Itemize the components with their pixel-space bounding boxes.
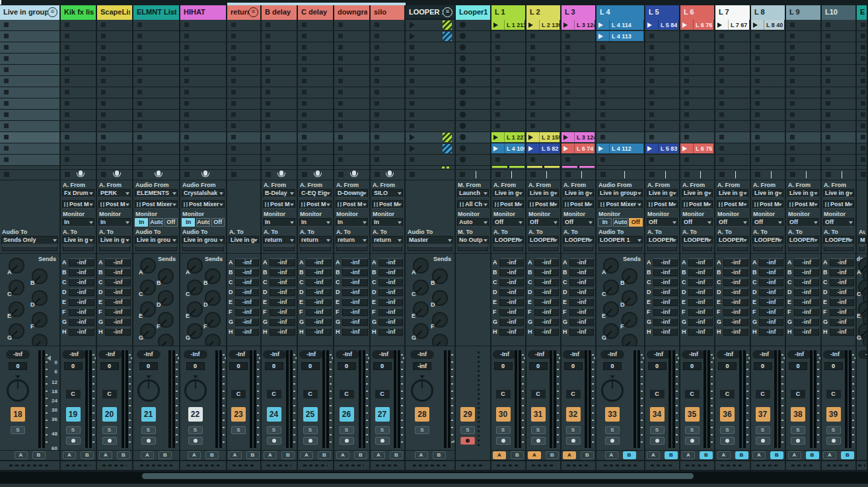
- peak-level-display[interactable]: -Inf: [717, 350, 741, 359]
- track-header-kik-fx-list[interactable]: Kik fx list: [61, 5, 96, 19]
- post-mixer-select[interactable]: Post M: [372, 200, 403, 209]
- clip-slot[interactable]: [561, 110, 595, 121]
- send-amount[interactable]: -inf: [723, 328, 748, 336]
- stop-all-clips-button[interactable]: [137, 172, 143, 177]
- clip-slot[interactable]: [298, 87, 333, 98]
- send-amount[interactable]: -inf: [270, 308, 295, 316]
- clip-slot[interactable]: [133, 76, 179, 87]
- send-amount[interactable]: -inf: [342, 298, 368, 306]
- clip-slot[interactable]: [61, 65, 96, 76]
- track-header-return[interactable]: return≡: [227, 5, 260, 19]
- track-activator[interactable]: 18: [11, 407, 25, 422]
- peak-level-display[interactable]: -Inf: [137, 350, 161, 359]
- monitor-select[interactable]: In: [299, 218, 332, 227]
- send-amount[interactable]: -inf: [653, 308, 678, 316]
- peak-level-display[interactable]: -Inf: [823, 350, 847, 359]
- crossfade-a-button[interactable]: A: [788, 451, 801, 459]
- input-channel-select[interactable]: ELEMENTS: [135, 189, 178, 198]
- clip-slot[interactable]: [334, 143, 369, 155]
- clip-play-icon[interactable]: [563, 22, 573, 28]
- clip-slot[interactable]: [97, 110, 132, 121]
- stop-all-clips-button[interactable]: [302, 172, 307, 177]
- send-amount[interactable]: -inf: [105, 288, 131, 296]
- send-amount[interactable]: -inf: [69, 328, 94, 336]
- send-amount[interactable]: -inf: [379, 308, 403, 316]
- crossfade-a-button[interactable]: A: [717, 451, 731, 459]
- send-amount[interactable]: -inf: [306, 258, 332, 266]
- send-amount[interactable]: -inf: [830, 308, 854, 316]
- crossfade-a-button[interactable]: A: [493, 451, 506, 459]
- send-amount[interactable]: -inf: [499, 278, 524, 286]
- volume-display[interactable]: 0: [648, 362, 667, 370]
- send-knob-H[interactable]: [622, 334, 637, 346]
- arm-button[interactable]: [340, 437, 354, 445]
- pan-display[interactable]: C: [566, 390, 581, 398]
- clip[interactable]: L 1 211: [491, 20, 524, 30]
- clip-slot[interactable]: [180, 76, 226, 87]
- pan-display[interactable]: C: [496, 390, 511, 398]
- input-channel-select[interactable]: Live in g: [717, 189, 748, 198]
- clip-slot[interactable]: [680, 31, 714, 42]
- crossfade-a-button[interactable]: A: [264, 451, 277, 459]
- clip-slot[interactable]: [491, 87, 525, 98]
- peak-level-display[interactable]: -Inf: [600, 350, 624, 359]
- monitor-off-button[interactable]: Off: [629, 218, 643, 227]
- clip-slot[interactable]: [133, 143, 179, 155]
- clip-slot[interactable]: [133, 42, 179, 54]
- clip-slot[interactable]: [491, 54, 525, 65]
- clip-slot[interactable]: [406, 65, 454, 76]
- group-fold-icon[interactable]: ≡: [248, 7, 258, 17]
- arm-button[interactable]: [496, 437, 511, 445]
- send-amount[interactable]: -inf: [379, 318, 403, 326]
- clip-slot[interactable]: [822, 76, 855, 87]
- pan-display[interactable]: C: [340, 390, 354, 398]
- clip-slot[interactable]: [786, 65, 820, 76]
- output-channel-select[interactable]: Live in g: [229, 236, 259, 244]
- volume-fader-handle[interactable]: [709, 356, 714, 361]
- clip-slot[interactable]: [456, 87, 490, 98]
- clip-slot[interactable]: L 2 155: [526, 132, 560, 143]
- send-amount[interactable]: -inf: [306, 328, 332, 336]
- monitor-select[interactable]: Off: [563, 218, 594, 227]
- track-activator[interactable]: 39: [826, 407, 841, 422]
- monitor-in-button[interactable]: In: [598, 218, 612, 227]
- peak-level-display[interactable]: -Inf: [647, 350, 670, 359]
- send-amount[interactable]: -inf: [235, 318, 259, 326]
- clip-slot[interactable]: [526, 54, 560, 65]
- clip-slot[interactable]: [61, 76, 96, 87]
- input-channel-select[interactable]: Live in g: [563, 189, 594, 198]
- monitor-select[interactable]: Off: [528, 218, 559, 227]
- clip-slot[interactable]: [456, 143, 490, 155]
- post-mixer-select[interactable]: Post Mixer: [598, 200, 643, 209]
- crossfade-a-button[interactable]: A: [823, 451, 836, 459]
- clip[interactable]: L 7 67: [715, 20, 749, 30]
- clip-slot[interactable]: [680, 76, 714, 87]
- track-header-l2[interactable]: L 2: [526, 5, 560, 19]
- clip-slot[interactable]: [262, 98, 297, 110]
- clip-slot[interactable]: [645, 110, 679, 121]
- send-amount[interactable]: -inf: [759, 318, 783, 326]
- clip-slot[interactable]: L 3 124: [561, 20, 595, 31]
- send-amount[interactable]: -inf: [534, 298, 559, 306]
- clip-slot[interactable]: [227, 54, 260, 65]
- volume-display[interactable]: 0: [683, 362, 702, 370]
- volume-fader-handle[interactable]: [400, 356, 404, 361]
- clip-slot[interactable]: [262, 54, 297, 65]
- input-channel-select[interactable]: SILO: [372, 189, 403, 198]
- send-knob-H[interactable]: [205, 334, 221, 346]
- clip-slot[interactable]: [180, 98, 226, 110]
- volume-display[interactable]: -inf: [413, 362, 431, 370]
- clip-slot[interactable]: [526, 98, 560, 110]
- clip-slot[interactable]: [597, 54, 644, 65]
- clip-slot[interactable]: [645, 76, 679, 87]
- crossfade-a-button[interactable]: A: [63, 451, 76, 459]
- clip-slot[interactable]: [786, 98, 820, 110]
- clip-slot[interactable]: [227, 121, 260, 132]
- clip-slot[interactable]: [61, 31, 96, 42]
- send-amount[interactable]: -inf: [688, 268, 713, 276]
- clip-slot[interactable]: [561, 98, 595, 110]
- stop-all-clips-button[interactable]: [530, 172, 536, 177]
- volume-fader-handle[interactable]: [127, 356, 132, 361]
- clip-slot[interactable]: L 4 109: [491, 143, 525, 155]
- track-activator[interactable]: 30: [496, 407, 511, 422]
